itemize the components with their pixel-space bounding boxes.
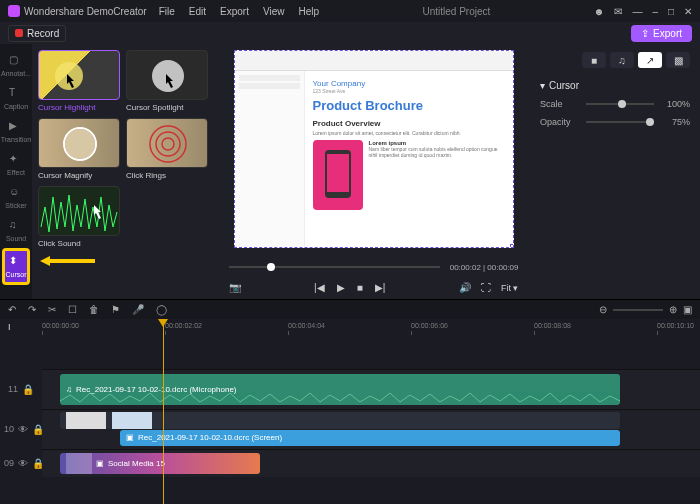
time-display: 00:00:02 | 00:00:09 (450, 263, 519, 272)
highlight-arrow-icon (40, 254, 100, 268)
title-bar: Wondershare DemoCreator File Edit Export… (0, 0, 700, 22)
timeline-ruler[interactable]: I 00:00:00:00 00:00:02:02 00:00:04:04 00… (0, 319, 700, 339)
zoom-slider[interactable] (613, 309, 663, 311)
scale-slider[interactable] (586, 103, 654, 105)
effect-icon: ✦ (9, 153, 23, 167)
clip-label: Rec_2021-09-17 10-02-10.dcrc (Screen) (138, 433, 282, 442)
ruler-label: I (8, 322, 38, 332)
app-logo: Wondershare DemoCreator (8, 5, 147, 17)
minimize-icon[interactable]: – (652, 6, 658, 17)
clip-video[interactable]: ▣ Rec_2021-09-17 10-02-10.dcrc (Screen) (120, 430, 620, 446)
marker-icon[interactable]: ⚑ (111, 304, 120, 315)
fullscreen-icon[interactable]: ⛶ (481, 282, 491, 293)
zoom-fit-icon[interactable]: ▣ (683, 304, 692, 315)
prev-frame-icon[interactable]: |◀ (314, 282, 325, 293)
zoom-out-icon[interactable]: ⊖ (599, 304, 607, 315)
lock-icon[interactable]: 🔒 (22, 384, 34, 395)
rail-cursor[interactable]: ⬍Cursor (2, 248, 30, 285)
crop-icon[interactable]: ☐ (68, 304, 77, 315)
menu-help[interactable]: Help (298, 6, 319, 17)
track-video: 10 👁 🔒 ▣ Rec_2021-09-17 10-02-10.dcrc (S… (0, 409, 700, 449)
menu-export[interactable]: Export (220, 6, 249, 17)
thumb-cursor-magnify[interactable]: Cursor Magnify (38, 118, 120, 180)
thumb-click-rings[interactable]: Click Rings (126, 118, 208, 180)
menu-file[interactable]: File (159, 6, 175, 17)
track-media: 09 👁 🔒 ▣ Social Media 15 (0, 449, 700, 477)
eye-icon[interactable]: 👁 (18, 458, 28, 469)
rail-sticker[interactable]: ☺Sticker (2, 182, 30, 213)
zoom-in-icon[interactable]: ⊕ (669, 304, 677, 315)
menu-edit[interactable]: Edit (189, 6, 206, 17)
rail-effect[interactable]: ✦Effect (2, 149, 30, 180)
play-icon[interactable]: ▶ (337, 282, 345, 293)
tab-mask-icon[interactable]: ▩ (666, 52, 690, 68)
eye-icon[interactable]: 👁 (18, 424, 28, 435)
track-num: 11 (4, 384, 18, 394)
svg-point-6 (162, 138, 174, 150)
next-frame-icon[interactable]: ▶| (375, 282, 386, 293)
ruler-tick: 00:00:04:04 (288, 322, 325, 335)
main-area: ▢Annotat... TCaption ▶Transition ✦Effect… (0, 44, 700, 299)
playhead[interactable] (163, 319, 164, 504)
export-icon: ⇪ (641, 28, 649, 39)
thumbnail-strip[interactable] (60, 412, 620, 428)
properties-panel: ■ ♫ ↗ ▩ ▾ Cursor Scale 100% Opacity 75% (530, 44, 700, 299)
mail-icon[interactable]: ✉ (614, 6, 622, 17)
voice-icon[interactable]: 🎤 (132, 304, 144, 315)
stop-icon[interactable]: ■ (357, 282, 363, 293)
opacity-slider[interactable] (586, 121, 654, 123)
resize-handle[interactable] (510, 244, 514, 248)
project-title: Untitled Project (331, 6, 582, 17)
scale-label: Scale (540, 99, 580, 109)
ruler-tick: 00:00:06:06 (411, 322, 448, 335)
app-name: Wondershare DemoCreator (24, 6, 147, 17)
menu-bar: File Edit Export View Help (159, 6, 319, 17)
export-label: Export (653, 28, 682, 39)
close-icon[interactable]: ✕ (684, 6, 692, 17)
rail-transition[interactable]: ▶Transition (2, 116, 30, 147)
tab-cursor-icon[interactable]: ↗ (638, 52, 662, 68)
ruler-tick: 00:00:08:08 (534, 322, 571, 335)
tab-audio-icon[interactable]: ♫ (610, 52, 634, 68)
rail-sound[interactable]: ♫Sound (2, 215, 30, 246)
split-icon[interactable]: ✂ (48, 304, 56, 315)
maximize-icon[interactable]: □ (668, 6, 674, 17)
rail-caption[interactable]: TCaption (2, 83, 30, 114)
section-cursor[interactable]: ▾ Cursor (540, 80, 690, 91)
clip-audio[interactable]: ♫ Rec_2021-09-17 10-02-10.dcrc (Micropho… (60, 374, 620, 405)
props-tabs: ■ ♫ ↗ ▩ (540, 52, 690, 68)
export-button[interactable]: ⇪ Export (631, 25, 692, 42)
track-num: 10 (4, 424, 14, 434)
scrub-bar[interactable]: 00:00:02 | 00:00:09 (229, 258, 519, 276)
menu-view[interactable]: View (263, 6, 285, 17)
record-icon (15, 29, 23, 37)
preview-canvas[interactable]: Your Company 123 Street Ave Product Broc… (234, 50, 514, 248)
scrub-handle[interactable] (267, 263, 275, 271)
volume-icon[interactable]: 🔊 (459, 282, 471, 293)
doc-para: Lorem ipsum dolor sit amet, consectetur … (313, 130, 505, 136)
app-logo-icon (8, 5, 20, 17)
rail-annotate[interactable]: ▢Annotat... (2, 50, 30, 81)
undo-icon[interactable]: ↶ (8, 304, 16, 315)
delete-icon[interactable]: 🗑 (89, 304, 99, 315)
row-scale: Scale 100% (540, 99, 690, 109)
main-toolbar: Record ⇪ Export (0, 22, 700, 44)
thumb-cursor-highlight[interactable]: Cursor Highlight (38, 50, 120, 112)
user-icon[interactable]: ☻ (594, 6, 605, 17)
thumb-cursor-spotlight[interactable]: Cursor Spotlight (126, 50, 208, 112)
record-tl-icon[interactable]: ◯ (156, 304, 167, 315)
fit-dropdown[interactable]: Fit ▾ (501, 283, 519, 293)
timeline: I 00:00:00:00 00:00:02:02 00:00:04:04 00… (0, 319, 700, 504)
doc-title: Product Brochure (313, 98, 505, 113)
redo-icon[interactable]: ↷ (28, 304, 36, 315)
media-icon: ▣ (96, 459, 104, 468)
track-num: 09 (4, 458, 14, 468)
thumb-click-sound[interactable]: Click Sound (38, 186, 120, 248)
tool-rail: ▢Annotat... TCaption ▶Transition ✦Effect… (0, 44, 32, 299)
record-button[interactable]: Record (8, 25, 66, 42)
window-controls: ☻ ✉ ― – □ ✕ (594, 6, 692, 17)
clip-media[interactable]: ▣ Social Media 15 (60, 453, 260, 475)
settings-icon[interactable]: ― (632, 6, 642, 17)
snapshot-icon[interactable]: 📷 (229, 282, 241, 293)
tab-video-icon[interactable]: ■ (582, 52, 606, 68)
